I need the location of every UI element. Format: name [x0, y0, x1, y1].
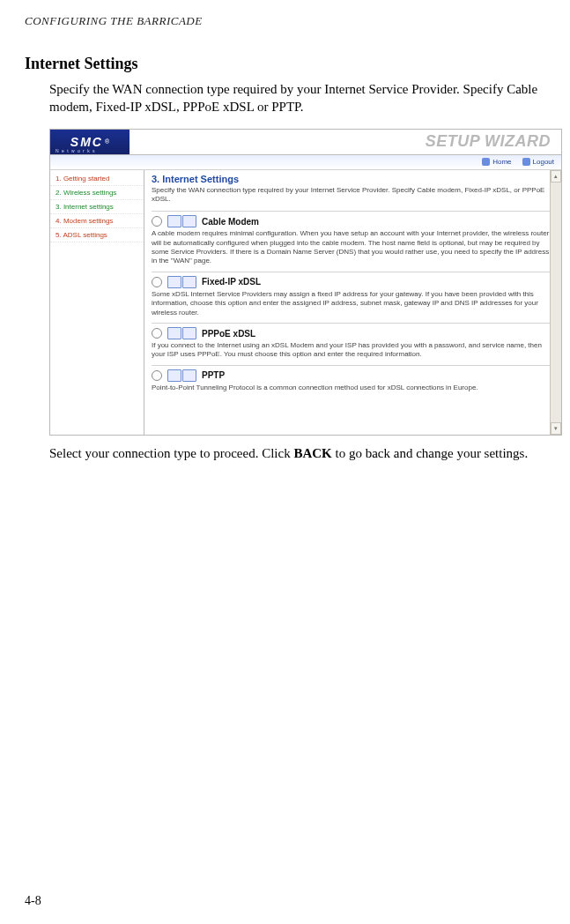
radio-button[interactable] [152, 370, 162, 381]
logo-text: SMC [70, 135, 103, 149]
modem-icon [167, 369, 196, 382]
divider [152, 272, 552, 272]
wizard-content: 3. Internet Settings Specify the WAN con… [144, 170, 561, 435]
divider [152, 365, 552, 366]
panel-title: 3. Internet Settings [152, 174, 552, 184]
registered-icon: ® [105, 138, 109, 145]
nav-step-1[interactable]: 1. Getting started [50, 172, 144, 186]
home-link[interactable]: Home [482, 158, 511, 166]
divider [152, 323, 552, 324]
outro-bold: BACK [293, 446, 331, 460]
home-icon [482, 158, 490, 166]
wizard-screenshot: SMC® N e t w o r k s SETUP WIZARD Home L… [49, 129, 562, 436]
running-head: CONFIGURING THE BARRICADE [25, 14, 545, 28]
option-label: PPPoE xDSL [202, 329, 255, 339]
radio-button[interactable] [152, 216, 162, 227]
wizard-banner: SMC® N e t w o r k s SETUP WIZARD [50, 130, 561, 155]
connection-option[interactable]: PPPoE xDSL [152, 327, 552, 339]
section-title: Internet Settings [25, 55, 545, 73]
outro-pre: Select your connection type to proceed. … [49, 446, 293, 460]
logout-label: Logout [533, 158, 554, 166]
scroll-up-icon[interactable]: ▴ [551, 170, 561, 183]
modem-icon [167, 276, 196, 288]
home-label: Home [492, 158, 511, 166]
option-label: Fixed-IP xDSL [202, 277, 261, 287]
nav-step-4[interactable]: 4. Modem settings [50, 214, 144, 228]
scrollbar[interactable]: ▴ ▾ [550, 170, 561, 435]
option-desc: A cable modem requires minimal configura… [152, 229, 552, 266]
logo-subtext: N e t w o r k s [56, 148, 96, 153]
radio-button[interactable] [152, 277, 162, 287]
radio-button[interactable] [152, 328, 162, 339]
outro-post: to go back and change your settings. [332, 446, 528, 460]
nav-step-2[interactable]: 2. Wireless settings [50, 186, 144, 200]
logout-icon [522, 158, 530, 166]
panel-desc: Specify the WAN connection type required… [152, 186, 552, 205]
intro-paragraph: Specify the WAN connection type required… [49, 80, 545, 116]
option-label: Cable Modem [202, 217, 259, 227]
logout-link[interactable]: Logout [522, 158, 554, 166]
outro-paragraph: Select your connection type to proceed. … [49, 444, 545, 462]
nav-step-3[interactable]: 3. Internet settings [50, 200, 144, 214]
nav-step-5[interactable]: 5. ADSL settings [50, 228, 144, 242]
option-desc: If you connect to the Internet using an … [152, 341, 552, 360]
smc-logo: SMC® N e t w o r k s [50, 130, 130, 154]
scroll-down-icon[interactable]: ▾ [551, 422, 561, 435]
option-desc: Some xDSL Internet Service Providers may… [152, 290, 552, 317]
page-number: 4-8 [25, 894, 41, 908]
modem-icon [167, 215, 196, 227]
connection-option[interactable]: Cable Modem [152, 215, 552, 227]
topbar: Home Logout [50, 155, 561, 170]
connection-option[interactable]: Fixed-IP xDSL [152, 276, 552, 288]
option-label: PPTP [202, 370, 225, 380]
divider [152, 211, 552, 212]
wizard-nav: 1. Getting started2. Wireless settings3.… [50, 170, 144, 435]
option-desc: Point-to-Point Tunneling Protocol is a c… [152, 384, 552, 392]
banner-title: SETUP WIZARD [130, 132, 556, 151]
modem-icon [167, 327, 196, 339]
connection-option[interactable]: PPTP [152, 369, 552, 382]
